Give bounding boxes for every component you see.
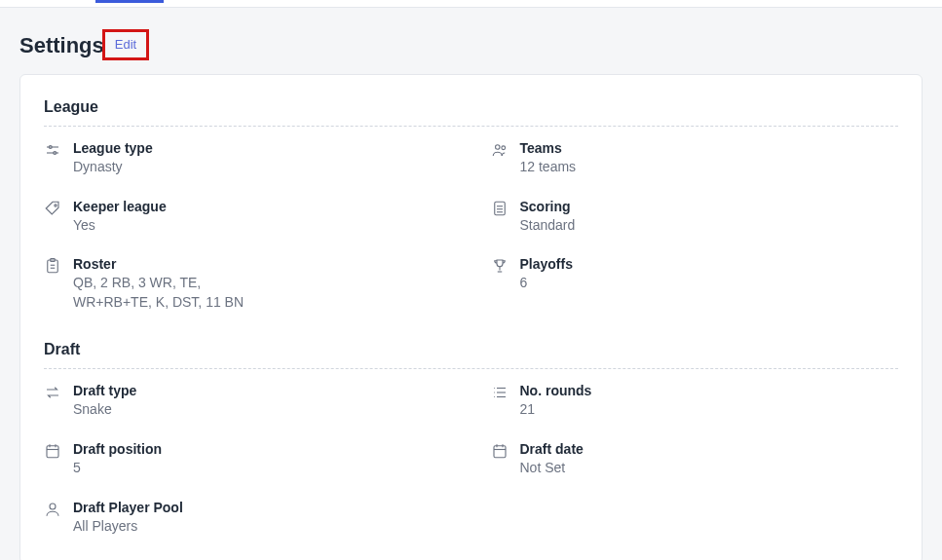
divider: [44, 126, 898, 127]
league-grid: League type Dynasty Teams 12 teams: [44, 140, 898, 312]
section-title-league: League: [44, 98, 898, 116]
label: Draft date: [520, 441, 584, 457]
settings-card: League League type Dynasty Tea: [19, 74, 923, 560]
svg-rect-27: [494, 446, 506, 458]
value: 21: [520, 400, 592, 420]
item-playoffs: Playoffs 6: [491, 256, 899, 312]
value: Dynasty: [73, 158, 153, 177]
item-draft-pool: Draft Player Pool All Players: [44, 500, 452, 537]
value: 6: [520, 274, 573, 293]
value: 12 teams: [520, 158, 577, 177]
users-icon: [491, 141, 509, 159]
item-scoring: Scoring Standard: [491, 199, 899, 236]
tag-icon: [44, 200, 61, 217]
sliders-icon: [44, 141, 61, 159]
item-teams: Teams 12 teams: [491, 140, 899, 177]
svg-point-31: [50, 504, 56, 509]
svg-rect-7: [494, 202, 505, 215]
section-title-draft: Draft: [44, 341, 898, 358]
page-title: Settings: [19, 33, 104, 58]
label: Scoring: [520, 199, 576, 214]
label: Roster: [73, 256, 244, 272]
item-draft-type: Draft type Snake: [44, 383, 452, 420]
calculator-icon: [491, 200, 509, 217]
label: Playoffs: [520, 256, 573, 272]
value: 5: [73, 459, 162, 478]
divider: [44, 368, 898, 369]
svg-point-6: [55, 204, 57, 205]
section-draft: Draft Draft type Snake No. rounds: [44, 341, 898, 536]
calendar-icon: [44, 442, 61, 460]
svg-rect-23: [47, 446, 58, 458]
edit-highlight-box: Edit: [102, 29, 149, 60]
value: Yes: [73, 216, 167, 236]
label: No. rounds: [520, 383, 592, 398]
trophy-icon: [491, 257, 509, 275]
label: League type: [73, 140, 153, 156]
section-league: League League type Dynasty Tea: [44, 98, 898, 312]
item-draft-position: Draft position 5: [44, 441, 452, 478]
label: Draft position: [73, 441, 162, 457]
label: Draft Player Pool: [73, 500, 183, 515]
label: Draft type: [73, 383, 136, 398]
page-header: Settings Edit: [0, 8, 942, 74]
item-draft-date: Draft date Not Set: [491, 441, 899, 478]
edit-button[interactable]: Edit: [115, 37, 136, 52]
label: Teams: [520, 140, 577, 156]
active-tab-indicator: [95, 0, 164, 3]
value: Not Set: [520, 459, 584, 478]
draft-grid: Draft type Snake No. rounds 21: [44, 383, 898, 536]
value: All Players: [73, 517, 183, 537]
value-line1: QB, 2 RB, 3 WR, TE,: [73, 274, 244, 293]
value-line2: WR+RB+TE, K, DST, 11 BN: [73, 293, 244, 313]
item-roster: Roster QB, 2 RB, 3 WR, TE, WR+RB+TE, K, …: [44, 256, 452, 312]
item-league-type: League type Dynasty: [44, 140, 452, 177]
item-keeper: Keeper league Yes: [44, 199, 452, 236]
list-icon: [491, 384, 509, 401]
clipboard-icon: [44, 257, 61, 275]
calendar-icon: [491, 442, 509, 460]
value: Snake: [73, 400, 136, 420]
topbar: [0, 0, 942, 8]
swap-icon: [44, 384, 61, 401]
value: Standard: [520, 216, 576, 236]
user-icon: [44, 501, 61, 518]
label: Keeper league: [73, 199, 167, 214]
svg-point-5: [501, 146, 505, 150]
svg-point-4: [495, 145, 500, 150]
item-rounds: No. rounds 21: [491, 383, 899, 420]
